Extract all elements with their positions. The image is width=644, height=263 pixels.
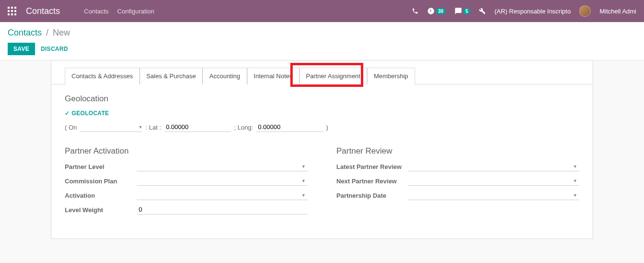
activities-icon[interactable]: 39 bbox=[427, 7, 446, 15]
settings-icon[interactable] bbox=[479, 8, 486, 14]
field-partner-level: Partner Level ▼ bbox=[65, 162, 308, 171]
tab-content: Geolocation GEOLOCATE ( On ▼ : Lat : ; L… bbox=[51, 84, 593, 239]
app-title[interactable]: Contacts bbox=[26, 6, 60, 16]
latest-review-label: Latest Partner Review bbox=[336, 163, 408, 170]
geo-long-label: ; Long: bbox=[234, 124, 253, 131]
tab-partner-assignment[interactable]: Partner Assignment bbox=[299, 68, 367, 84]
avatar[interactable] bbox=[579, 5, 591, 17]
phone-icon[interactable] bbox=[412, 8, 418, 14]
form-actions: SAVE DISCARD bbox=[8, 43, 636, 55]
messages-icon[interactable]: 5 bbox=[454, 7, 471, 15]
tab-membership[interactable]: Membership bbox=[367, 68, 415, 84]
geo-lat-label: : Lat : bbox=[145, 124, 161, 131]
level-weight-input[interactable] bbox=[137, 205, 308, 215]
geo-suffix: ) bbox=[326, 124, 328, 131]
two-columns: Partner Activation Partner Level ▼ Commi… bbox=[65, 146, 579, 219]
partner-level-input[interactable] bbox=[137, 162, 308, 171]
field-next-review: Next Partner Review ▼ bbox=[336, 176, 579, 186]
topbar-left: Contacts Contacts Configuration bbox=[8, 6, 155, 16]
save-button[interactable]: SAVE bbox=[8, 43, 35, 55]
commission-plan-input[interactable] bbox=[137, 176, 308, 186]
partnership-date-label: Partnership Date bbox=[336, 192, 408, 199]
geo-on-prefix: ( On bbox=[65, 124, 77, 131]
menu-configuration[interactable]: Configuration bbox=[117, 8, 154, 15]
activities-badge: 39 bbox=[436, 8, 446, 14]
breadcrumb-separator: / bbox=[46, 28, 48, 37]
partnership-date-input[interactable] bbox=[408, 191, 579, 200]
partner-level-label: Partner Level bbox=[65, 163, 137, 170]
discard-button[interactable]: DISCARD bbox=[41, 46, 68, 52]
geo-lat-input[interactable] bbox=[164, 122, 231, 132]
topbar: Contacts Contacts Configuration 39 5 (AR… bbox=[0, 0, 644, 22]
messages-badge: 5 bbox=[463, 8, 471, 14]
subheader: Contacts / New SAVE DISCARD bbox=[0, 22, 644, 60]
next-review-input[interactable] bbox=[408, 176, 579, 186]
tab-accounting[interactable]: Accounting bbox=[203, 68, 247, 84]
commission-plan-label: Commission Plan bbox=[65, 178, 137, 185]
field-level-weight: Level Weight bbox=[65, 205, 308, 215]
topbar-right: 39 5 (AR) Responsable Inscripto Mitchell… bbox=[412, 5, 636, 17]
responsability-label[interactable]: (AR) Responsable Inscripto bbox=[494, 8, 571, 15]
partner-review-title: Partner Review bbox=[336, 146, 579, 156]
latest-review-input[interactable] bbox=[408, 162, 579, 171]
partner-review-section: Partner Review Latest Partner Review ▼ N… bbox=[336, 146, 579, 219]
menu-contacts[interactable]: Contacts bbox=[84, 8, 108, 15]
geo-long-input[interactable] bbox=[256, 122, 323, 132]
next-review-label: Next Partner Review bbox=[336, 178, 408, 185]
field-activation: Activation ▼ bbox=[65, 191, 308, 200]
field-commission-plan: Commission Plan ▼ bbox=[65, 176, 308, 186]
apps-icon[interactable] bbox=[8, 7, 16, 15]
partner-activation-section: Partner Activation Partner Level ▼ Commi… bbox=[65, 146, 308, 219]
breadcrumb-current: New bbox=[53, 28, 70, 37]
level-weight-label: Level Weight bbox=[65, 206, 137, 214]
breadcrumb: Contacts / New bbox=[8, 28, 636, 38]
tab-contacts-addresses[interactable]: Contacts & Addresses bbox=[65, 68, 140, 84]
geolocation-row: ( On ▼ : Lat : ; Long: ) bbox=[65, 122, 579, 132]
tabs: Contacts & Addresses Sales & Purchase Ac… bbox=[51, 60, 593, 84]
field-partnership-date: Partnership Date ▼ bbox=[336, 191, 579, 200]
activation-label: Activation bbox=[65, 192, 137, 199]
geolocate-button[interactable]: GEOLOCATE bbox=[65, 110, 109, 117]
geo-date-input[interactable] bbox=[80, 122, 142, 132]
partner-activation-title: Partner Activation bbox=[65, 146, 308, 156]
form-sheet: Contacts & Addresses Sales & Purchase Ac… bbox=[51, 60, 593, 239]
tab-internal-notes[interactable]: Internal Notes bbox=[247, 68, 299, 84]
breadcrumb-root[interactable]: Contacts bbox=[8, 28, 42, 37]
user-name[interactable]: Mitchell Admi bbox=[599, 8, 636, 15]
activation-input[interactable] bbox=[137, 191, 308, 200]
main-menu: Contacts Configuration bbox=[84, 8, 155, 15]
sheet-wrap: Contacts & Addresses Sales & Purchase Ac… bbox=[0, 60, 644, 239]
geolocation-title: Geolocation bbox=[65, 94, 579, 104]
field-latest-review: Latest Partner Review ▼ bbox=[336, 162, 579, 171]
tab-sales-purchase[interactable]: Sales & Purchase bbox=[140, 68, 203, 84]
